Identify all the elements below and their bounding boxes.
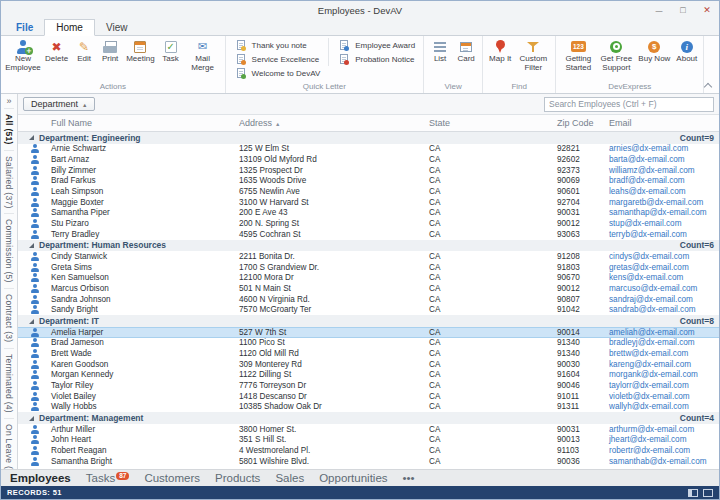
email-link[interactable]: cindys@dx-email.com	[606, 252, 719, 261]
ribbon-button-list[interactable]: List	[428, 38, 452, 64]
table-row[interactable]: Violet Bailey1418 Descanso DrCA91011viol…	[18, 391, 719, 402]
table-row[interactable]: Billy Zimmer1325 Prospect DrCA92373willi…	[18, 165, 719, 176]
email-link[interactable]: margaretb@dx-email.com	[606, 198, 719, 207]
email-link[interactable]: violetb@dx-email.com	[606, 392, 719, 401]
ribbon-button-meeting[interactable]: Meeting	[124, 38, 156, 64]
ribbon-button-card[interactable]: Card	[454, 38, 478, 64]
ribbon-tab-view[interactable]: View	[95, 20, 139, 35]
doc-tab-opportunities[interactable]: Opportunities	[319, 472, 387, 484]
table-row[interactable]: Leah Simpson6755 Newlin AveCA90601leahs@…	[18, 186, 719, 197]
column-header-state[interactable]: State	[426, 115, 554, 131]
group-row-department-human-resources[interactable]: Department: Human ResourcesCount=6	[18, 240, 719, 252]
email-link[interactable]: robertr@dx-email.com	[606, 446, 719, 455]
minimize-icon[interactable]	[647, 1, 671, 19]
group-expand-icon[interactable]	[29, 135, 34, 140]
email-link[interactable]: sandrab@dx-email.com	[606, 305, 719, 314]
ribbon-tab-home[interactable]: Home	[44, 19, 95, 36]
group-expand-icon[interactable]	[29, 319, 34, 324]
table-row[interactable]: Arnie Schwartz125 W Elm StCA92821arnies@…	[18, 144, 719, 155]
doc-tab-overflow[interactable]: •••	[403, 472, 415, 484]
quick-letter-employee-award[interactable]: Employee Award	[333, 38, 419, 52]
table-row[interactable]: Cindy Stanwick2211 Bonita Dr.CA91208cind…	[18, 251, 719, 262]
ribbon-button-print[interactable]: Print	[98, 38, 122, 64]
sidebar-item-contract-3[interactable]: Contract (3)	[4, 288, 14, 347]
table-row[interactable]: Morgan Kennedy1122 Dilling StCA91604morg…	[18, 370, 719, 381]
ribbon-tab-file[interactable]: File	[5, 20, 44, 35]
email-link[interactable]: morgank@dx-email.com	[606, 370, 719, 379]
email-link[interactable]: samanthab@dx-email.com	[606, 457, 719, 466]
email-link[interactable]: jheart@dx-email.com	[606, 435, 719, 444]
table-row[interactable]: Brett Wade1120 Old Mill RdCA91340brettw@…	[18, 348, 719, 359]
table-row[interactable]: Sandy Bright7570 McGroarty TerCA91042san…	[18, 305, 719, 316]
quick-letter-probation-notice[interactable]: Probation Notice	[333, 52, 419, 66]
table-row[interactable]: Greta Sims1700 S Grandview Dr.CA91803gre…	[18, 262, 719, 273]
table-row[interactable]: John Heart351 S Hill St.CA90013jheart@dx…	[18, 435, 719, 446]
email-link[interactable]: samanthap@dx-email.com	[606, 208, 719, 217]
ribbon-button-delete[interactable]: ✖Delete	[43, 38, 70, 64]
table-row[interactable]: Samantha Bright5801 Wilshire Blvd.CA9003…	[18, 456, 719, 467]
quick-letter-welcome-to-devav[interactable]: Welcome to DevAV	[230, 66, 325, 80]
close-icon[interactable]	[695, 1, 719, 19]
email-link[interactable]: bradf@dx-email.com	[606, 176, 719, 185]
maximize-icon[interactable]	[671, 1, 695, 19]
group-row-department-it[interactable]: Department: ITCount=8	[18, 315, 719, 327]
ribbon-button-get-free-support[interactable]: Get Free Support	[598, 38, 634, 72]
table-row[interactable]: Wally Hobbs10385 Shadow Oak DrCA91311wal…	[18, 402, 719, 413]
collapse-ribbon-icon[interactable]	[704, 82, 713, 90]
ribbon-button-new-employee[interactable]: +New Employee	[5, 38, 41, 72]
doc-tab-employees[interactable]: Employees	[10, 472, 71, 484]
table-row[interactable]: Marcus Orbison501 N Main StCA90012marcus…	[18, 283, 719, 294]
table-row[interactable]: Samantha Piper200 E Ave 43CA90031samanth…	[18, 208, 719, 219]
ribbon-button-task[interactable]: Task	[159, 38, 183, 64]
email-link[interactable]: williamz@dx-email.com	[606, 166, 719, 175]
email-link[interactable]: sandraj@dx-email.com	[606, 295, 719, 304]
ribbon-button-map-it[interactable]: Map It	[487, 38, 513, 64]
sidebar-item-terminated-4[interactable]: Terminated (4)	[4, 348, 14, 418]
group-expand-icon[interactable]	[29, 243, 34, 248]
doc-tab-products[interactable]: Products	[215, 472, 260, 484]
email-link[interactable]: ameliah@dx-email.com	[606, 328, 719, 337]
sidebar-expand-icon[interactable]: »	[6, 94, 11, 108]
column-header-address[interactable]: Address	[236, 115, 426, 131]
table-row[interactable]: Sandra Johnson4600 N Virginia Rd.CA90807…	[18, 294, 719, 305]
quick-letter-thank-you-note[interactable]: Thank you note	[230, 38, 325, 52]
email-link[interactable]: barta@dx-email.com	[606, 155, 719, 164]
email-link[interactable]: arnies@dx-email.com	[606, 144, 719, 153]
email-link[interactable]: taylorr@dx-email.com	[606, 381, 719, 390]
group-by-chip-department[interactable]: Department	[23, 97, 95, 111]
table-row[interactable]: Amelia Harper527 W 7th StCA90014ameliah@…	[18, 327, 719, 338]
layout-grid-icon[interactable]	[688, 489, 698, 497]
email-link[interactable]: marcuso@dx-email.com	[606, 284, 719, 293]
ribbon-button-buy-now[interactable]: $Buy Now	[636, 38, 672, 64]
table-row[interactable]: Taylor Riley7776 Torreyson DrCA90046tayl…	[18, 380, 719, 391]
ribbon-button-getting-started[interactable]: 123Getting Started	[560, 38, 596, 72]
table-row[interactable]: Ken Samuelson12100 Mora DrCA90670kens@dx…	[18, 273, 719, 284]
email-link[interactable]: wallyh@dx-email.com	[606, 402, 719, 411]
ribbon-button-edit[interactable]: ✎Edit	[72, 38, 96, 64]
table-row[interactable]: Robert Reagan4 Westmoreland Pl.CA91103ro…	[18, 445, 719, 456]
email-link[interactable]: terryb@dx-email.com	[606, 230, 719, 239]
table-row[interactable]: Bart Arnaz13109 Old Myford RdCA92602bart…	[18, 154, 719, 165]
ribbon-button-custom-filter[interactable]: Custom Filter	[515, 38, 551, 72]
group-expand-icon[interactable]	[29, 416, 34, 421]
email-link[interactable]: leahs@dx-email.com	[606, 187, 719, 196]
table-row[interactable]: Maggie Boxter3100 W Harvard StCA92704mar…	[18, 197, 719, 208]
doc-tab-customers[interactable]: Customers	[144, 472, 200, 484]
column-header-row-icon[interactable]	[18, 115, 48, 131]
column-header-zip-code[interactable]: Zip Code	[554, 115, 606, 131]
doc-tab-sales[interactable]: Sales	[275, 472, 304, 484]
doc-tab-tasks[interactable]: Tasks87	[86, 472, 130, 484]
group-row-department-engineering[interactable]: Department: EngineeringCount=9	[18, 132, 719, 144]
quick-letter-service-excellence[interactable]: Service Excellence	[230, 52, 325, 66]
table-row[interactable]: Brad Jameson1100 Pico StCA91340bradleyj@…	[18, 338, 719, 349]
search-input[interactable]	[544, 97, 714, 112]
column-header-full-name[interactable]: Full Name	[48, 115, 236, 131]
email-link[interactable]: stup@dx-email.com	[606, 219, 719, 228]
table-row[interactable]: Arthur Miller3800 Homer St.CA90031arthur…	[18, 424, 719, 435]
layout-panel-icon[interactable]	[703, 489, 713, 497]
sidebar-item-commission-5[interactable]: Commission (5)	[4, 213, 14, 288]
ribbon-button-mail-merge[interactable]: ✉Mail Merge	[185, 38, 221, 72]
sidebar-item-all-51[interactable]: All (51)	[4, 108, 14, 150]
email-link[interactable]: gretas@dx-email.com	[606, 263, 719, 272]
email-link[interactable]: brettw@dx-email.com	[606, 349, 719, 358]
